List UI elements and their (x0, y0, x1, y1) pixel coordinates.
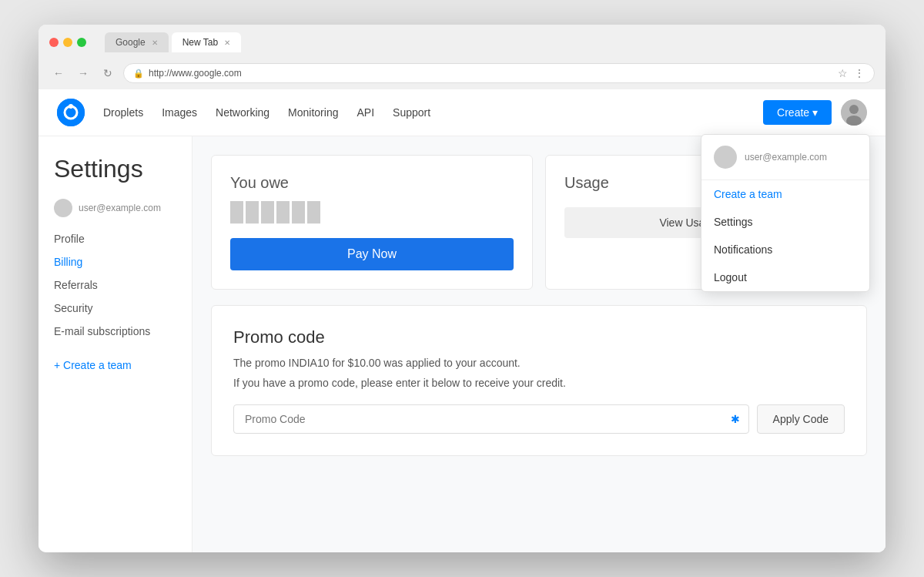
page-title: Settings (54, 155, 176, 183)
sidebar-item-security[interactable]: Security (54, 299, 176, 317)
sidebar-item-email-subscriptions[interactable]: E-mail subscriptions (54, 322, 176, 340)
svg-point-0 (57, 99, 85, 126)
sidebar-item-billing[interactable]: Billing (54, 253, 176, 271)
nav-monitoring[interactable]: Monitoring (288, 106, 338, 119)
address-bar-row: ← → ↻ 🔒 http://www.google.com ☆ ⋮ (49, 59, 875, 89)
back-button[interactable]: ← (49, 64, 68, 82)
required-asterisk: ✱ (731, 413, 740, 425)
promo-applied-text: The promo INDIA10 for $10.00 was applied… (233, 357, 845, 369)
tab-google-label: Google (116, 37, 146, 48)
apply-code-button[interactable]: Apply Code (757, 404, 845, 434)
top-nav: Droplets Images Networking Monitoring AP… (38, 89, 886, 136)
sidebar-user: user@example.com (54, 199, 176, 217)
refresh-button[interactable]: ↻ (99, 64, 117, 82)
maximize-traffic-light[interactable] (77, 38, 86, 47)
browser-chrome: Google ✕ New Tab ✕ ← → ↻ 🔒 http://www.go… (38, 25, 886, 89)
sidebar-username: user@example.com (79, 203, 161, 213)
sidebar-item-profile[interactable]: Profile (54, 230, 176, 248)
browser-window: Google ✕ New Tab ✕ ← → ↻ 🔒 http://www.go… (38, 25, 886, 552)
nav-networking[interactable]: Networking (216, 106, 270, 119)
nav-droplets[interactable]: Droplets (103, 106, 143, 119)
dropdown-logout[interactable]: Logout (701, 263, 869, 291)
dropdown-notifications[interactable]: Notifications (701, 236, 869, 263)
nav-links: Droplets Images Networking Monitoring AP… (103, 106, 763, 119)
dropdown-email: user@example.com (745, 152, 827, 163)
billing-card: You owe ██████ Pay Now (211, 155, 533, 290)
amount-value: ██████ (230, 201, 514, 223)
address-text: http://www.google.com (149, 68, 242, 79)
create-button[interactable]: Create ▾ (763, 100, 832, 125)
dropdown-user-section: user@example.com (701, 135, 869, 180)
nav-right: Create ▾ (763, 99, 867, 126)
promo-code-input[interactable] (233, 404, 749, 434)
close-traffic-light[interactable] (49, 38, 59, 47)
nav-images[interactable]: Images (162, 106, 197, 119)
tab-new-close[interactable]: ✕ (224, 39, 230, 47)
dropdown-settings[interactable]: Settings (701, 208, 869, 236)
svg-point-2 (69, 104, 73, 109)
tab-google-close[interactable]: ✕ (152, 39, 158, 47)
forward-button[interactable]: → (74, 64, 92, 82)
tab-google[interactable]: Google ✕ (105, 32, 169, 52)
promo-input-row: ✱ Apply Code (233, 404, 845, 434)
promo-instruction-text: If you have a promo code, please enter i… (233, 377, 845, 389)
sidebar-item-referrals[interactable]: Referrals (54, 276, 176, 294)
browser-controls: Google ✕ New Tab ✕ (49, 32, 875, 52)
user-avatar[interactable] (841, 99, 867, 126)
logo (57, 99, 85, 126)
create-team-link[interactable]: + Create a team (54, 359, 176, 371)
nav-api[interactable]: API (357, 106, 374, 119)
app-content: Droplets Images Networking Monitoring AP… (38, 89, 886, 552)
avatar-icon (841, 99, 867, 126)
address-bar[interactable]: 🔒 http://www.google.com ☆ ⋮ (123, 63, 875, 83)
sidebar-avatar (54, 199, 72, 217)
dropdown-avatar (714, 146, 737, 169)
sidebar: Settings user@example.com Profile Billin… (38, 136, 192, 552)
you-owe-label: You owe (230, 174, 514, 192)
bookmark-icon[interactable]: ☆ (838, 67, 848, 79)
promo-card: Promo code The promo INDIA10 for $10.00 … (211, 305, 867, 456)
logo-icon (57, 99, 85, 126)
browser-menu-icon[interactable]: ⋮ (854, 67, 865, 79)
dropdown-create-team[interactable]: Create a team (701, 180, 869, 208)
traffic-lights (49, 38, 86, 47)
promo-title: Promo code (233, 327, 845, 347)
tab-new[interactable]: New Tab ✕ (172, 32, 241, 52)
promo-input-wrapper: ✱ (233, 404, 749, 434)
tab-new-label: New Tab (182, 37, 218, 48)
svg-point-4 (849, 105, 859, 114)
sidebar-nav: Profile Billing Referrals Security E-mai… (54, 230, 176, 340)
pay-now-button[interactable]: Pay Now (230, 238, 514, 270)
minimize-traffic-light[interactable] (63, 38, 72, 47)
tabs-bar: Google ✕ New Tab ✕ (105, 32, 241, 52)
dropdown-menu: user@example.com Create a team Settings … (701, 134, 870, 292)
nav-support[interactable]: Support (393, 106, 430, 119)
